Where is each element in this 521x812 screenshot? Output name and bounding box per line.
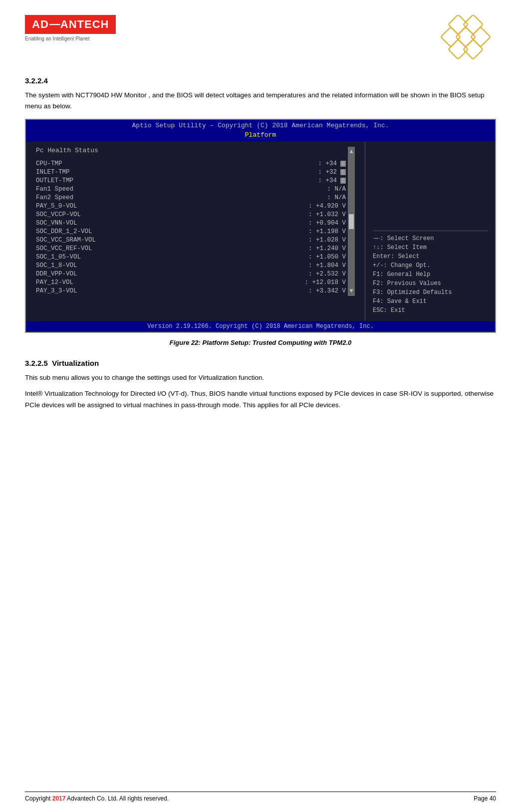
footer-year: 2017 bbox=[52, 795, 66, 802]
bios-right-divider bbox=[373, 231, 488, 231]
bios-row-pay12: PAY_12-VOL : +12.018 V bbox=[36, 279, 346, 286]
bios-row-inlet-tmp: INLET-TMP : +32 C bbox=[36, 169, 346, 176]
bios-row-soc-vccp: SOC_VCCP-VOL : +1.032 V bbox=[36, 211, 346, 218]
svg-rect-4 bbox=[471, 27, 491, 47]
bios-row-soc-vcc-ref: SOC_VCC_REF-VOL : +1.240 V bbox=[36, 245, 346, 252]
bios-help-select-screen: →←: Select Screen bbox=[373, 235, 488, 242]
svg-rect-1 bbox=[463, 15, 483, 34]
footer-left: Copyright 2017 Advantech Co. Ltd. All ri… bbox=[25, 795, 169, 802]
bios-help-esc: ESC: Exit bbox=[373, 307, 488, 314]
bios-row-soc-ddr: SOC_DDR_1_2-VOL : +1.198 V bbox=[36, 228, 346, 235]
bios-help-f3: F3: Optimized Defaults bbox=[373, 289, 488, 296]
bios-left-panel: Pc Health Status CPU-TMP : +34 C INLET-T… bbox=[26, 142, 365, 321]
bios-row-ddr-vpp: DDR_VPP-VOL : +2.532 V bbox=[36, 271, 346, 277]
bios-row-soc-vcc-sram: SOC_VCC_SRAM-VOL : +1.028 V bbox=[36, 237, 346, 244]
bios-right-panel: →←: Select Screen ↑↓: Select Item Enter:… bbox=[365, 142, 495, 321]
sub-section-heading: 3.2.2.5 Virtualization bbox=[25, 359, 496, 367]
bios-help-select-item: ↑↓: Select Item bbox=[373, 244, 488, 251]
bios-header-bar: Aptio Setup Utility – Copyright (C) 2018… bbox=[26, 120, 495, 142]
bios-screen: Aptio Setup Utility – Copyright (C) 2018… bbox=[25, 119, 496, 333]
svg-rect-3 bbox=[456, 27, 476, 47]
bios-section-title: Pc Health Status bbox=[36, 147, 346, 154]
logo-area: AD⸻ANTECH Enabling an Intelligent Planet bbox=[25, 15, 116, 41]
bios-active-tab: Platform bbox=[240, 130, 281, 140]
bios-row-outlet-tmp: OUTLET-TMP : +34 C bbox=[36, 177, 346, 184]
logo-ad: AD bbox=[32, 18, 49, 30]
bios-help-change: +/-: Change Opt. bbox=[373, 262, 488, 269]
bios-row-cpu-tmp: CPU-TMP : +34 C bbox=[36, 160, 346, 167]
decorative-logo bbox=[436, 15, 496, 66]
page-footer: Copyright 2017 Advantech Co. Ltd. All ri… bbox=[25, 792, 496, 802]
bios-row-fan1: Fan1 Speed : N/A bbox=[36, 186, 346, 193]
bios-body: Pc Health Status CPU-TMP : +34 C INLET-T… bbox=[26, 142, 495, 321]
intro-text: The system with NCT7904D HW Monitor , an… bbox=[25, 90, 496, 111]
footer-right: Page 40 bbox=[474, 795, 496, 802]
svg-rect-6 bbox=[463, 39, 483, 59]
bios-row-soc-105: SOC_1_05-VOL : +1.050 V bbox=[36, 254, 346, 261]
bios-row-pay33: PAY_3_3-VOL : +3.342 V bbox=[36, 287, 346, 294]
logo: AD⸻ANTECH bbox=[25, 15, 116, 34]
sub-text-2: Intel® Virtualization Technology for Dir… bbox=[25, 388, 496, 411]
svg-rect-2 bbox=[441, 27, 461, 47]
bios-row-soc-vnn: SOC_VNN-VOL : +0.904 V bbox=[36, 220, 346, 227]
bios-help-f2: F2: Previous Values bbox=[373, 280, 488, 287]
bios-row-soc-18: SOC_1_8-VOL : +1.804 V bbox=[36, 262, 346, 269]
page-header: AD⸻ANTECH Enabling an Intelligent Planet bbox=[25, 15, 496, 66]
sub-text-1: This sub menu allows you to change the s… bbox=[25, 372, 496, 383]
bios-help-enter: Enter: Select bbox=[373, 253, 488, 260]
logo-vant: ⸻ANTECH bbox=[49, 18, 109, 30]
bios-help-f1: F1: General Help bbox=[373, 271, 488, 278]
figure-caption: Figure 22: Platform Setup: Trusted Compu… bbox=[25, 339, 496, 346]
bios-scrollbar[interactable]: ▲ ▼ bbox=[348, 147, 355, 296]
section-heading: 3.2.2.4 bbox=[25, 76, 496, 85]
bios-row-fan2: Fan2 Speed : N/A bbox=[36, 194, 346, 201]
svg-rect-5 bbox=[448, 39, 468, 59]
bios-row-pay50: PAY_5_0-VOL : +4.920 V bbox=[36, 203, 346, 210]
logo-tagline: Enabling an Intelligent Planet bbox=[25, 36, 116, 41]
bios-header-text: Aptio Setup Utility – Copyright (C) 2018… bbox=[132, 122, 389, 129]
bios-help-f4: F4: Save & Exit bbox=[373, 298, 488, 305]
bios-footer-bar: Version 2.19.1266. Copyright (C) 2018 Am… bbox=[26, 321, 495, 332]
svg-rect-0 bbox=[448, 15, 468, 34]
